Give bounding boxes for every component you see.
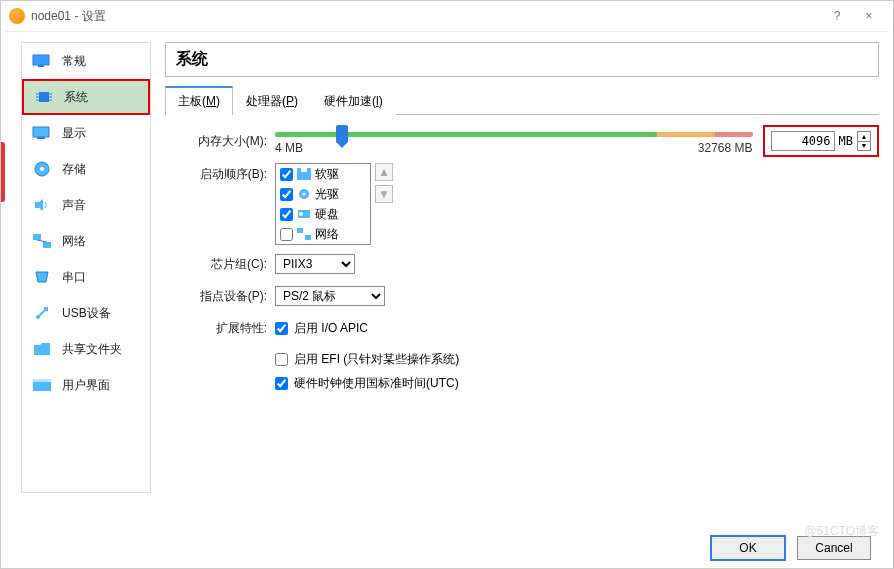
monitor-icon	[32, 53, 52, 69]
sidebar-item-label: 串口	[62, 269, 86, 286]
sidebar-item-label: 常规	[62, 53, 86, 70]
boot-order-list[interactable]: 软驱 光驱 硬盘 网络	[275, 163, 371, 245]
svg-rect-9	[33, 127, 49, 137]
speaker-icon	[32, 197, 52, 213]
ext-ioapic[interactable]: 启用 I/O APIC	[275, 316, 368, 340]
sidebar-item-usb[interactable]: USB设备	[22, 295, 150, 331]
ext-efi[interactable]: 启用 EFI (只针对某些操作系统)	[275, 347, 879, 371]
boot-check-optical[interactable]	[280, 188, 293, 201]
sidebar-item-label: 用户界面	[62, 377, 110, 394]
svg-rect-2	[39, 92, 49, 102]
settings-panel: 系统 主板(M) 处理器(P) 硬件加速(l) 内存大小(M): 4 MB 32…	[165, 42, 879, 493]
svg-rect-21	[33, 379, 51, 382]
boot-move-down[interactable]: ▼	[375, 185, 393, 203]
svg-marker-13	[35, 199, 43, 211]
boot-move-up[interactable]: ▲	[375, 163, 393, 181]
floppy-icon	[297, 168, 311, 180]
tab-acceleration[interactable]: 硬件加速(l)	[311, 87, 396, 115]
memory-input[interactable]	[771, 131, 835, 151]
chipset-combo[interactable]: PIIX3	[275, 254, 355, 274]
left-margin-strip	[5, 32, 13, 503]
boot-check-floppy[interactable]	[280, 168, 293, 181]
svg-rect-15	[43, 242, 51, 248]
pointing-label: 指点设备(P):	[169, 288, 267, 305]
sidebar-item-label: 系统	[64, 89, 88, 106]
sidebar-item-storage[interactable]: 存储	[22, 151, 150, 187]
svg-rect-19	[44, 307, 48, 311]
window-title: node01 - 设置	[31, 8, 106, 25]
hdd-icon	[297, 208, 311, 220]
chip-icon	[34, 89, 54, 105]
tabs: 主板(M) 处理器(P) 硬件加速(l)	[165, 85, 879, 115]
tab-processor[interactable]: 处理器(P)	[233, 87, 311, 115]
sidebar-item-label: 存储	[62, 161, 86, 178]
memory-label: 内存大小(M):	[169, 133, 267, 150]
titlebar: node01 - 设置 ? ×	[1, 1, 893, 31]
sidebar-item-network[interactable]: 网络	[22, 223, 150, 259]
memory-min-label: 4 MB	[275, 141, 303, 155]
svg-rect-23	[301, 168, 307, 172]
cd-icon	[297, 188, 311, 200]
svg-point-25	[303, 193, 306, 196]
sidebar-item-general[interactable]: 常规	[22, 43, 150, 79]
usb-icon	[32, 305, 52, 321]
memory-input-highlight: MB ▲▼	[763, 125, 879, 157]
svg-point-27	[299, 212, 303, 216]
sidebar-item-ui[interactable]: 用户界面	[22, 367, 150, 403]
memory-unit: MB	[839, 134, 853, 148]
svg-rect-1	[38, 65, 44, 67]
boot-item-optical[interactable]: 光驱	[276, 184, 370, 204]
sidebar-item-system[interactable]: 系统	[22, 79, 150, 115]
sidebar: 常规 系统 显示 存储 声音 网络 串口 USB设备	[21, 42, 151, 493]
chipset-label: 芯片组(C):	[169, 256, 267, 273]
sidebar-item-serial[interactable]: 串口	[22, 259, 150, 295]
ui-icon	[32, 377, 52, 393]
ok-button[interactable]: OK	[711, 536, 785, 560]
svg-rect-10	[37, 137, 45, 139]
sidebar-item-label: USB设备	[62, 305, 111, 322]
watermark: @51CTO博客	[804, 523, 879, 540]
svg-rect-29	[305, 235, 311, 240]
serial-icon	[32, 269, 52, 285]
ext-utc[interactable]: 硬件时钟使用国标准时间(UTC)	[275, 371, 879, 395]
app-icon	[9, 8, 25, 24]
sidebar-item-label: 声音	[62, 197, 86, 214]
boot-item-hdd[interactable]: 硬盘	[276, 204, 370, 224]
folder-icon	[32, 341, 52, 357]
panel-title: 系统	[165, 42, 879, 77]
boot-item-network[interactable]: 网络	[276, 224, 370, 244]
disk-icon	[32, 161, 52, 177]
display-icon	[32, 125, 52, 141]
svg-rect-0	[33, 55, 49, 65]
memory-max-label: 32768 MB	[698, 141, 753, 155]
svg-rect-14	[33, 234, 41, 240]
memory-slider[interactable]: 4 MB 32768 MB	[275, 126, 753, 156]
network-icon	[32, 233, 52, 249]
svg-line-16	[37, 240, 47, 242]
sidebar-item-label: 网络	[62, 233, 86, 250]
sidebar-item-audio[interactable]: 声音	[22, 187, 150, 223]
boot-item-floppy[interactable]: 软驱	[276, 164, 370, 184]
tab-motherboard[interactable]: 主板(M)	[165, 86, 233, 115]
pointing-combo[interactable]: PS/2 鼠标	[275, 286, 385, 306]
close-button[interactable]: ×	[853, 5, 885, 27]
svg-rect-28	[297, 228, 303, 233]
sidebar-item-label: 显示	[62, 125, 86, 142]
sidebar-item-display[interactable]: 显示	[22, 115, 150, 151]
ext-label: 扩展特性:	[169, 320, 267, 337]
help-button[interactable]: ?	[821, 5, 853, 27]
boot-check-hdd[interactable]	[280, 208, 293, 221]
memory-spinner[interactable]: ▲▼	[857, 131, 871, 151]
svg-point-12	[40, 167, 44, 171]
sidebar-item-shared[interactable]: 共享文件夹	[22, 331, 150, 367]
net-icon	[297, 228, 311, 240]
boot-check-network[interactable]	[280, 228, 293, 241]
boot-label: 启动顺序(B):	[169, 163, 267, 183]
sidebar-item-label: 共享文件夹	[62, 341, 122, 358]
